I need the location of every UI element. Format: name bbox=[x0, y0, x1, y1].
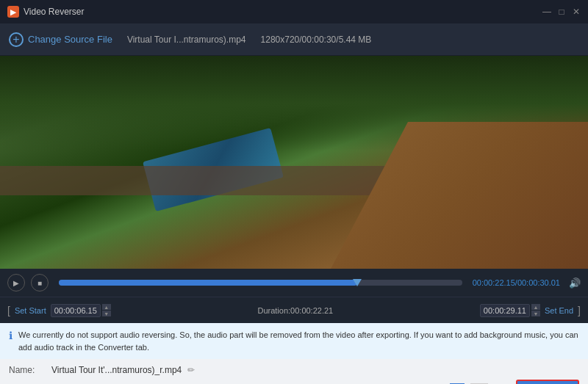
volume-icon[interactable]: 🔊 bbox=[569, 278, 581, 289]
name-row: Name: Virtual Tour It'...ntramuros)_r.mp… bbox=[9, 365, 579, 375]
plus-icon: + bbox=[9, 32, 24, 47]
end-time-value: 00:00:29.11 bbox=[480, 304, 530, 317]
trim-bar: [ Set Start 00:00:06.15 ▲ ▼ Duration:00:… bbox=[0, 297, 588, 323]
video-preview-area bbox=[0, 56, 588, 269]
end-time-input: 00:00:29.11 ▲ ▼ bbox=[480, 304, 540, 317]
video-scene bbox=[0, 56, 588, 269]
duration-label: Duration:00:00:22.21 bbox=[115, 306, 476, 315]
app-icon: ▶ bbox=[7, 6, 19, 18]
stop-button[interactable]: ■ bbox=[31, 274, 49, 291]
footer: Name: Virtual Tour It'...ntramuros)_r.mp… bbox=[0, 359, 588, 384]
info-message: We currently do not support audio revers… bbox=[18, 329, 579, 353]
timeline-track[interactable] bbox=[59, 280, 462, 286]
end-time-spinner[interactable]: ▲ ▼ bbox=[531, 304, 540, 316]
start-time-spinner[interactable]: ▲ ▼ bbox=[102, 304, 111, 316]
timeline-filled bbox=[59, 280, 357, 286]
export-area: → Export bbox=[494, 380, 579, 384]
start-time-value: 00:00:06.15 bbox=[51, 304, 101, 317]
close-button[interactable]: ✕ bbox=[572, 7, 581, 16]
output-filename: Virtual Tour It'...ntramuros)_r.mp4 bbox=[51, 365, 182, 375]
minimize-button[interactable]: — bbox=[542, 7, 551, 16]
title-bar-left: ▶ Video Reverser bbox=[7, 6, 85, 18]
window-controls: — □ ✕ bbox=[542, 7, 581, 16]
change-source-label: Change Source File bbox=[28, 34, 112, 45]
maximize-button[interactable]: □ bbox=[557, 7, 566, 16]
toolbar: + Change Source File Virtual Tour I...nt… bbox=[0, 23, 588, 56]
set-end-button[interactable]: Set End bbox=[545, 306, 573, 315]
end-time-up[interactable]: ▲ bbox=[531, 304, 540, 310]
time-display: 00:00:22.15/00:00:30.01 bbox=[473, 278, 560, 287]
play-button[interactable]: ▶ bbox=[7, 274, 25, 291]
start-time-up[interactable]: ▲ bbox=[102, 304, 111, 310]
save-row: Save to: ▼ 📁 → Export bbox=[9, 380, 579, 384]
info-icon: ℹ bbox=[9, 330, 12, 341]
play-icon: ▶ bbox=[13, 279, 19, 287]
title-bar: ▶ Video Reverser — □ ✕ bbox=[0, 0, 588, 23]
edit-icon[interactable]: ✏ bbox=[187, 365, 195, 375]
current-time: 00:00:22.15 bbox=[473, 278, 515, 287]
app-title: Video Reverser bbox=[24, 7, 85, 17]
end-time-down[interactable]: ▼ bbox=[531, 311, 540, 316]
start-time-down[interactable]: ▼ bbox=[102, 311, 111, 316]
controls-bar: ▶ ■ 00:00:22.15/00:00:30.01 🔊 bbox=[0, 269, 588, 297]
left-bracket: [ bbox=[7, 305, 10, 316]
timeline-handle[interactable] bbox=[353, 279, 362, 286]
file-meta: 1280x720/00:00:30/5.44 MB bbox=[261, 35, 372, 45]
stop-icon: ■ bbox=[37, 279, 42, 287]
name-label: Name: bbox=[9, 365, 46, 375]
set-start-button[interactable]: Set Start bbox=[15, 306, 46, 315]
file-name: Virtual Tour I...ntramuros).mp4 bbox=[127, 35, 246, 45]
change-source-button[interactable]: + Change Source File bbox=[9, 32, 112, 47]
export-button[interactable]: Export bbox=[516, 380, 579, 384]
total-time: 00:00:30.01 bbox=[517, 278, 560, 287]
right-bracket: ] bbox=[578, 305, 581, 316]
info-bar: ℹ We currently do not support audio reve… bbox=[0, 323, 588, 359]
start-time-input: 00:00:06.15 ▲ ▼ bbox=[51, 304, 111, 317]
